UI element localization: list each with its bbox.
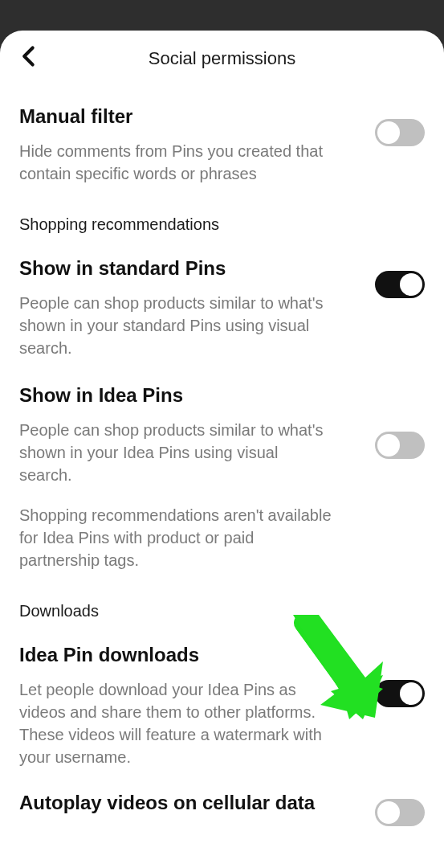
- autoplay-cellular-toggle[interactable]: [375, 799, 425, 826]
- show-idea-pins-row: Show in Idea Pins People can shop produc…: [19, 383, 425, 571]
- idea-pin-downloads-title: Idea Pin downloads: [19, 643, 359, 667]
- shopping-section-label: Shopping recommendations: [19, 215, 425, 234]
- idea-pin-downloads-block: Idea Pin downloads Let people download y…: [19, 643, 425, 768]
- manual-filter-title: Manual filter: [19, 104, 359, 129]
- show-idea-pins-text: Show in Idea Pins People can shop produc…: [19, 383, 359, 571]
- manual-filter-section: Manual filter Hide comments from Pins yo…: [19, 104, 425, 185]
- settings-screen: Social permissions Manual filter Hide co…: [0, 31, 444, 868]
- show-standard-pins-toggle[interactable]: [375, 271, 425, 298]
- show-standard-pins-text: Show in standard Pins People can shop pr…: [19, 256, 359, 359]
- autoplay-cellular-block: Autoplay videos on cellular data: [19, 791, 425, 826]
- show-idea-pins-title: Show in Idea Pins: [19, 383, 359, 407]
- autoplay-cellular-row: Autoplay videos on cellular data: [19, 791, 425, 826]
- show-idea-pins-desc: People can shop products similar to what…: [19, 419, 332, 486]
- shopping-section: Shopping recommendations Show in standar…: [19, 215, 425, 571]
- show-idea-pins-toggle[interactable]: [375, 432, 425, 459]
- page-title: Social permissions: [16, 48, 428, 69]
- show-standard-pins-desc: People can shop products similar to what…: [19, 292, 332, 359]
- downloads-section-label: Downloads: [19, 602, 425, 620]
- idea-pin-downloads-toggle[interactable]: [375, 680, 425, 707]
- toggle-knob: [377, 434, 400, 457]
- toggle-knob: [377, 121, 400, 144]
- header: Social permissions: [0, 31, 444, 82]
- toggle-knob: [400, 682, 422, 705]
- show-standard-pins-block: Show in standard Pins People can shop pr…: [19, 256, 425, 359]
- manual-filter-desc: Hide comments from Pins you created that…: [19, 140, 332, 185]
- autoplay-cellular-text: Autoplay videos on cellular data: [19, 791, 359, 815]
- show-standard-pins-row: Show in standard Pins People can shop pr…: [19, 256, 425, 359]
- chevron-left-icon: [18, 45, 40, 68]
- manual-filter-toggle[interactable]: [375, 119, 425, 146]
- downloads-section: Downloads Idea Pin downloads Let people …: [19, 602, 425, 826]
- show-idea-pins-extra: Shopping recommendations aren't availabl…: [19, 504, 332, 571]
- show-standard-pins-title: Show in standard Pins: [19, 256, 359, 280]
- toggle-knob: [377, 801, 400, 824]
- idea-pin-downloads-desc: Let people download your Idea Pins as vi…: [19, 678, 332, 768]
- autoplay-cellular-title: Autoplay videos on cellular data: [19, 791, 359, 815]
- idea-pin-downloads-text: Idea Pin downloads Let people download y…: [19, 643, 359, 768]
- show-idea-pins-block: Show in Idea Pins People can shop produc…: [19, 383, 425, 571]
- manual-filter-text: Manual filter Hide comments from Pins yo…: [19, 104, 359, 185]
- idea-pin-downloads-row: Idea Pin downloads Let people download y…: [19, 643, 425, 768]
- back-button[interactable]: [18, 45, 40, 71]
- content: Manual filter Hide comments from Pins yo…: [0, 104, 444, 826]
- toggle-knob: [400, 273, 422, 296]
- manual-filter-row: Manual filter Hide comments from Pins yo…: [19, 104, 425, 185]
